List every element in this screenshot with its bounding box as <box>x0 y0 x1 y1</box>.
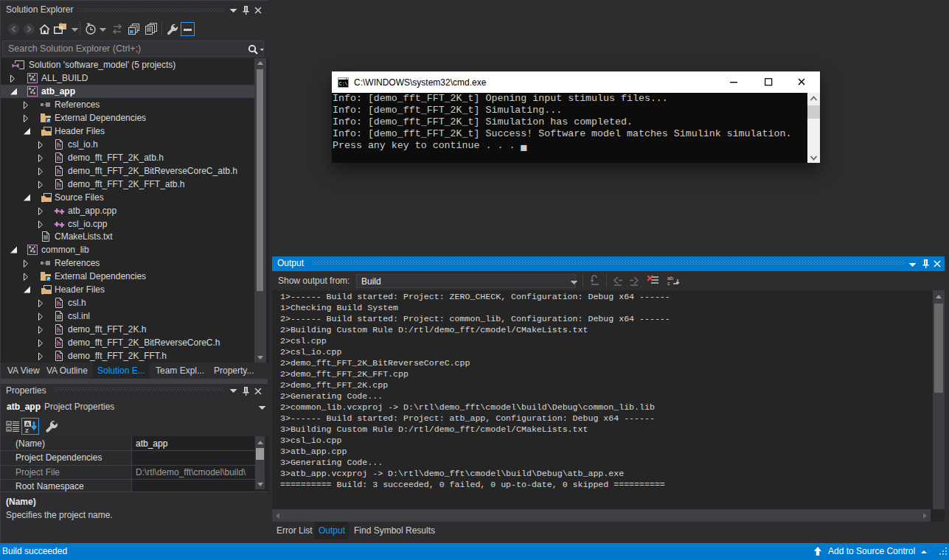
svg-text:h: h <box>57 300 61 307</box>
svg-text:h: h <box>57 326 61 334</box>
svg-text:h: h <box>57 155 61 162</box>
svg-text:ab: ab <box>667 276 673 281</box>
svg-text:+: + <box>7 427 10 432</box>
svg-text:C:\: C:\ <box>339 82 348 87</box>
svg-text:h: h <box>57 181 61 189</box>
svg-text:Z: Z <box>25 427 29 434</box>
svg-text:h: h <box>57 353 61 360</box>
svg-text:h: h <box>57 168 61 175</box>
svg-text:h: h <box>57 141 61 149</box>
svg-text:c: c <box>667 281 670 286</box>
svg-text:+: + <box>7 421 10 426</box>
svg-text:A: A <box>26 421 30 427</box>
svg-text:h: h <box>57 340 61 347</box>
